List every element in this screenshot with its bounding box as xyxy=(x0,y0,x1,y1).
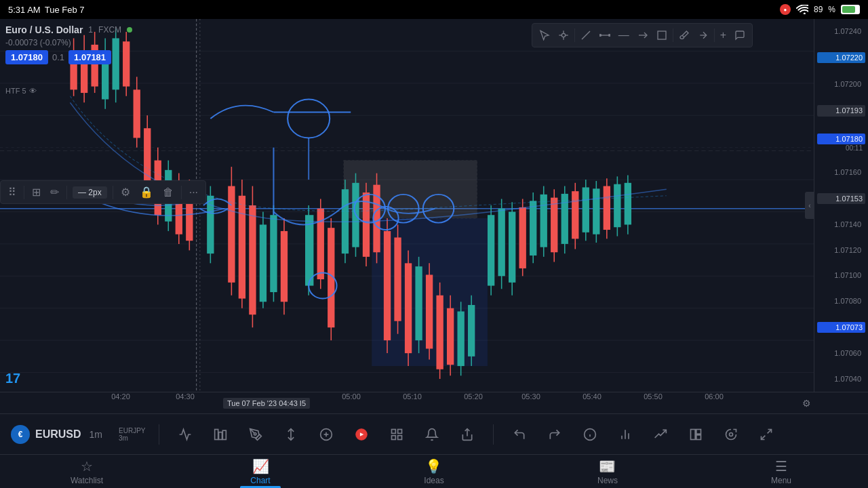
svg-point-133 xyxy=(608,35,610,37)
move-tool-btn[interactable]: ⠿ xyxy=(6,184,18,201)
add-btn[interactable] xyxy=(314,422,338,447)
svg-rect-55 xyxy=(281,231,288,302)
ideas-label: Ideas xyxy=(424,476,443,485)
chart-svg xyxy=(0,19,814,392)
svg-rect-57 xyxy=(305,215,313,285)
bar-chart-btn[interactable] xyxy=(613,422,637,447)
toolbar-sep xyxy=(574,28,575,42)
chart-label: Chart xyxy=(250,476,270,485)
price-1.07193: 1.07193 xyxy=(817,105,865,117)
line-tool-btn[interactable] xyxy=(578,27,594,43)
chart-header: Euro / U.S. Dollar 1 FXCM -0.00073 (-0.0… xyxy=(5,24,132,64)
next-symbol-tf: 3m xyxy=(119,434,145,442)
undo-btn[interactable] xyxy=(507,422,532,447)
lock-btn[interactable]: 🔒 xyxy=(138,184,155,201)
drawing-toolbar[interactable]: ⠿ ⊞ ✏ — 2px ⚙ 🔒 🗑 ··· xyxy=(0,180,206,204)
pen-btn[interactable]: ✏ xyxy=(48,184,61,201)
svg-point-116 xyxy=(288,100,330,138)
svg-line-161 xyxy=(768,429,772,433)
fullscreen-btn[interactable] xyxy=(754,422,778,447)
symbol-section[interactable]: € EURUSD 1m xyxy=(11,425,102,444)
nav-ideas[interactable]: 💡 Ideas xyxy=(347,455,521,488)
htf-label: HTF 5 xyxy=(5,87,26,95)
time-0600: 06:00 xyxy=(705,392,724,401)
info-btn[interactable] xyxy=(578,422,602,447)
time-0540: 05:40 xyxy=(583,392,601,401)
symbol-full: Euro / U.S. Dollar xyxy=(5,24,83,35)
draw-btn[interactable] xyxy=(243,422,268,447)
time-0420: 04:20 xyxy=(111,392,130,401)
active-nav-indicator xyxy=(240,486,281,488)
collapse-price-scale[interactable]: ‹ xyxy=(805,192,814,219)
record-button[interactable]: ● xyxy=(780,4,791,15)
svg-rect-115 xyxy=(625,183,631,225)
svg-rect-103 xyxy=(561,194,568,244)
svg-rect-146 xyxy=(392,429,396,433)
svg-marker-124 xyxy=(540,30,549,39)
time-0550: 05:50 xyxy=(644,392,663,401)
price-1.07120: 1.07120 xyxy=(817,246,865,255)
share-btn[interactable] xyxy=(455,422,479,447)
bottom-symbol[interactable]: EURUSD xyxy=(35,428,81,441)
indicators-btn[interactable] xyxy=(208,422,233,447)
position-btn[interactable] xyxy=(279,422,303,447)
news-icon: 📰 xyxy=(599,458,616,474)
cursor-tool-btn[interactable] xyxy=(536,27,553,43)
svg-rect-45 xyxy=(228,186,235,283)
svg-point-132 xyxy=(599,35,601,37)
menu-icon: ☰ xyxy=(775,458,787,474)
rectangle-tool-btn[interactable] xyxy=(654,27,670,43)
price-1.07240: 1.07240 xyxy=(817,27,865,36)
settings-btn[interactable]: ⚙ xyxy=(119,184,132,201)
svg-point-125 xyxy=(561,33,565,37)
svg-rect-159 xyxy=(696,434,701,439)
nav-news[interactable]: 📰 News xyxy=(521,455,694,488)
svg-rect-135 xyxy=(658,31,666,39)
crosshair-tool-btn[interactable] xyxy=(555,27,572,43)
tradingview-logo: 17 xyxy=(5,371,20,386)
sync-btn[interactable] xyxy=(719,422,743,447)
chart-main[interactable]: Euro / U.S. Dollar 1 FXCM -0.00073 (-0.0… xyxy=(0,19,814,392)
top-toolbar[interactable]: — xyxy=(532,23,753,47)
time-0430: 04:30 xyxy=(176,392,195,401)
nav-menu[interactable]: ☰ Menu xyxy=(694,455,868,488)
toolbar-separator xyxy=(24,186,24,199)
delete-btn[interactable]: 🗑 xyxy=(161,184,176,201)
bottom-timeframe[interactable]: 1m xyxy=(90,429,102,440)
redo-btn[interactable] xyxy=(542,422,567,447)
apps-btn[interactable] xyxy=(384,422,409,447)
arrow-tool-btn[interactable] xyxy=(695,27,711,43)
replay-btn[interactable] xyxy=(349,422,374,447)
price-1.07060: 1.07060 xyxy=(817,349,865,358)
svg-rect-101 xyxy=(551,198,557,253)
brush-tool-btn[interactable] xyxy=(676,27,692,43)
svg-rect-148 xyxy=(392,435,396,439)
horizontal-line-btn[interactable]: — xyxy=(616,26,632,44)
strategy-btn[interactable] xyxy=(648,422,673,447)
chart-nav-icon: 📈 xyxy=(252,458,269,474)
ask-price-box[interactable]: 1.07181 xyxy=(68,50,111,64)
watchlist-label: Watchlist xyxy=(71,476,103,485)
bid-price-box[interactable]: 1.07180 xyxy=(5,50,48,64)
layout-btn[interactable]: ⊞ xyxy=(30,184,43,201)
menu-label: Menu xyxy=(771,476,791,485)
nav-chart[interactable]: 📈 Chart xyxy=(174,455,347,488)
more-btn[interactable]: ··· xyxy=(187,184,200,201)
htf-eye-icon: 👁 xyxy=(29,87,37,95)
hline-tool-btn[interactable] xyxy=(597,27,613,43)
chart-settings-gear[interactable]: ⚙ xyxy=(802,398,811,409)
toolbar-sep-3 xyxy=(714,28,715,42)
compare-btn[interactable] xyxy=(173,422,197,447)
wifi-icon xyxy=(796,5,808,14)
label-tool-btn[interactable] xyxy=(732,27,748,43)
svg-rect-99 xyxy=(540,195,547,247)
stroke-width[interactable]: — 2px xyxy=(73,186,107,199)
nav-watchlist[interactable]: ☆ Watchlist xyxy=(0,455,174,488)
add-indicator-btn[interactable]: + xyxy=(717,26,729,44)
ray-tool-btn[interactable] xyxy=(635,27,651,43)
price-1.07040: 1.07040 xyxy=(817,375,865,384)
alert-btn[interactable] xyxy=(420,422,444,447)
svg-rect-75 xyxy=(405,263,412,353)
multi-layout-btn[interactable] xyxy=(684,422,708,447)
ideas-icon: 💡 xyxy=(425,458,442,474)
